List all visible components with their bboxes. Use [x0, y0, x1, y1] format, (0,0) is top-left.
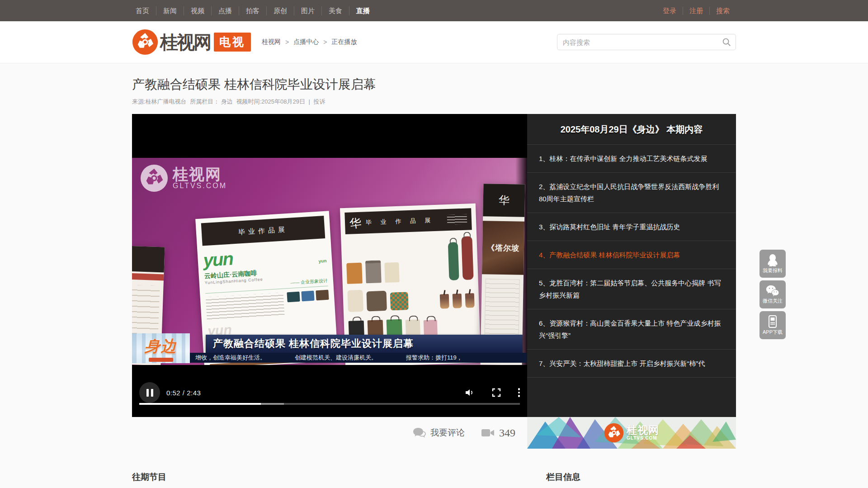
column-info-section: 栏目信息: [546, 471, 736, 488]
nav-item-vod[interactable]: 点播: [211, 6, 239, 15]
player-controls: 0:52 / 2:43: [132, 365, 527, 417]
station-watermark: 桂视网 GLTVS.COM: [140, 164, 227, 192]
yun-brand-logo-small: yun: [318, 258, 326, 264]
progress-bar[interactable]: [139, 403, 520, 405]
watermark-logo-icon: [140, 164, 168, 192]
progress-played: [139, 403, 261, 405]
video-player[interactable]: 毕业作品展 yun yun 云岭山庄·云南咖啡 YunLingShanHiang…: [132, 114, 527, 417]
comment-label: 我要评论: [430, 427, 465, 439]
ticker-text: 增收，创造幸福美好生活。: [195, 354, 266, 362]
nav-item-pictures[interactable]: 图片: [294, 6, 321, 15]
wechat-icon: [766, 285, 779, 297]
site-logo[interactable]: 桂视网 电视: [132, 29, 251, 55]
right-poster-calligraphy: 华: [483, 184, 525, 217]
news-ticker: 增收，创造幸福美好生活。 创建模范机关、建设清廉机关。 报警求助：拨打119，: [190, 353, 527, 363]
wechat-follow-label: 微信关注: [763, 298, 783, 304]
playlist-header: 2025年08月29日《身边》 本期内容: [527, 114, 736, 145]
meta-time: 视频时间:2025年08月29日: [236, 98, 305, 105]
fullscreen-icon[interactable]: [492, 388, 501, 397]
news-headline-banner: 产教融合结硕果 桂林信科院毕业设计展启幕: [206, 335, 523, 353]
banner-logo-icon: [604, 423, 624, 443]
comment-button[interactable]: 我要评论: [412, 427, 465, 439]
search-icon[interactable]: [722, 37, 731, 47]
playlist-item-4-active[interactable]: 4、产教融合结硕果 桂林信科院毕业设计展启幕: [527, 241, 736, 269]
main-nav: 首页 新闻 视频 点播 拍客 原创 图片 美食 直播: [132, 0, 377, 21]
meta-source: 来源:桂林广播电视台: [132, 98, 187, 105]
breadcrumb-separator: >: [323, 38, 327, 46]
banner-logo-text: 桂视网: [627, 425, 659, 436]
video-meta: 来源:桂林广播电视台 所属栏目： 身边 视频时间:2025年08月29日 | 投…: [132, 98, 736, 106]
video-camera-icon: [481, 428, 495, 437]
register-link[interactable]: 注册: [683, 7, 709, 15]
playlist-item-5[interactable]: 5、龙胜百湾村：第二届姑爷节启幕、公共服务中心揭牌 书写乡村振兴新篇: [527, 269, 736, 309]
episode-playlist: 2025年08月29日《身边》 本期内容 1、桂林：在传承中谋创新 全力推动工艺…: [527, 114, 736, 417]
login-link[interactable]: 登录: [656, 7, 683, 15]
column-info-heading: 栏目信息: [546, 471, 736, 483]
meta-separator: |: [309, 98, 310, 105]
content-search: [557, 34, 736, 50]
user-nav: 登录 注册 搜索: [656, 7, 736, 15]
playlist-item-3[interactable]: 3、探访路莫村红色旧址 青年学子重温抗战历史: [527, 213, 736, 241]
playlist-item-2[interactable]: 2、荔浦设立纪念中国人民抗日战争暨世界反法西斯战争胜利80周年主题宣传栏: [527, 173, 736, 213]
site-logo-text: 桂视网: [160, 30, 210, 55]
program-logo-text: 身边: [132, 336, 190, 357]
nav-item-food[interactable]: 美食: [321, 6, 349, 15]
program-logo: 身边: [132, 333, 190, 363]
breadcrumb-home[interactable]: 桂视网: [262, 38, 281, 46]
video-frame: 毕业作品展 yun yun 云岭山庄·云南咖啡 YunLingShanHiang…: [132, 158, 527, 365]
top-navigation-bar: 首页 新闻 视频 点播 拍客 原创 图片 美食 直播 登录 注册 搜索: [0, 0, 868, 21]
poster-header: 毕 业 作 品 展: [366, 216, 434, 227]
breadcrumb: 桂视网 > 点播中心 > 正在播放: [262, 38, 357, 46]
site-logo-icon: [132, 29, 158, 55]
nav-item-original[interactable]: 原创: [266, 6, 294, 15]
banner-logo-subtext: GLTVS.COM: [627, 436, 659, 441]
search-link[interactable]: 搜索: [709, 7, 736, 15]
playlist-item-6[interactable]: 6、资源猴背村：高山黄金百香果大量上市 特色产业成乡村振兴“强引擎”: [527, 309, 736, 350]
nav-item-home[interactable]: 首页: [132, 6, 156, 15]
comment-icon: [412, 427, 426, 439]
time-display: 0:52 / 2:43: [166, 389, 201, 397]
view-counter: 349: [481, 427, 515, 439]
watermark-subtext: GLTVS.COM: [173, 182, 227, 190]
report-news-label: 我要报料: [763, 267, 783, 274]
app-download-label: APP下载: [763, 329, 783, 336]
nav-item-video[interactable]: 视频: [184, 6, 211, 15]
playlist-item-1[interactable]: 1、桂林：在传承中谋创新 全力推动工艺美术链条式发展: [527, 145, 736, 173]
report-news-button[interactable]: 我要报料: [760, 250, 786, 278]
engagement-bar: 我要评论 349: [132, 417, 527, 449]
ticker-text: 报警求助：拨打119，: [406, 354, 462, 362]
breadcrumb-now-playing: 正在播放: [331, 38, 357, 46]
report-link[interactable]: 投诉: [314, 98, 326, 105]
site-header: 桂视网 电视 桂视网 > 点播中心 > 正在播放: [0, 21, 868, 63]
nav-item-news[interactable]: 新闻: [156, 6, 184, 15]
mobile-phone-icon: [767, 315, 778, 328]
app-download-button[interactable]: APP下载: [760, 311, 786, 339]
pause-button[interactable]: [139, 382, 160, 403]
breadcrumb-separator: >: [285, 38, 289, 46]
search-input[interactable]: [557, 34, 736, 50]
playlist-item-7[interactable]: 7、兴安严关：太秋甜柿甜蜜上市 开启乡村振兴新“柿”代: [527, 350, 736, 378]
floating-action-rail: 我要报料 微信关注 APP下载: [760, 250, 786, 342]
meta-column[interactable]: 所属栏目： 身边: [190, 98, 233, 105]
right-poster-title: 《塔尔坡: [482, 221, 524, 275]
more-options-icon[interactable]: [518, 388, 520, 397]
qq-icon: [767, 254, 778, 266]
promo-banner[interactable]: 桂视网 GLTVS.COM: [527, 417, 736, 449]
ticker-text: 创建模范机关、建设清廉机关。: [295, 354, 377, 362]
volume-icon[interactable]: [464, 387, 475, 398]
nav-item-live[interactable]: 直播: [349, 6, 377, 15]
page-title: 产教融合结硕果 桂林信科院毕业设计展启幕: [132, 76, 736, 93]
nav-item-paike[interactable]: 拍客: [239, 6, 266, 15]
yun-brand-logo: yun: [203, 249, 233, 271]
poster-header: 毕业作品展: [201, 216, 326, 246]
poster-calligraphy: 华: [349, 214, 363, 232]
breadcrumb-vod-center[interactable]: 点播中心: [293, 38, 319, 46]
past-episodes-section: 往期节目: [132, 471, 514, 488]
past-episodes-heading: 往期节目: [132, 471, 514, 483]
view-count: 349: [499, 427, 515, 439]
wechat-follow-button[interactable]: 微信关注: [760, 280, 786, 308]
site-logo-badge: 电视: [214, 33, 251, 52]
watermark-text: 桂视网: [173, 166, 227, 182]
